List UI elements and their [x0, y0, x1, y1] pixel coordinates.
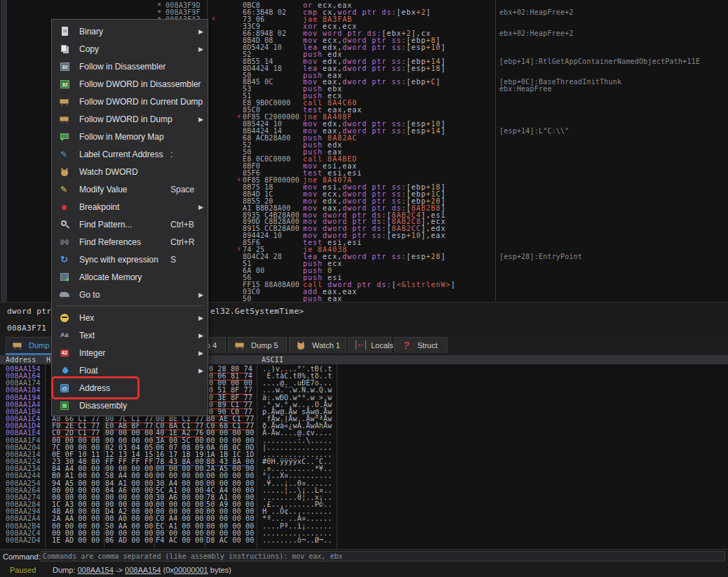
command-input[interactable] [41, 551, 725, 562]
dump-ascii: ........ô¬..Ø¬.. [262, 536, 332, 544]
dump-header-hex: H [46, 356, 50, 364]
submenu-arrow-icon: ▶ [198, 46, 203, 53]
binary-icon [59, 26, 72, 37]
struct-icon [400, 340, 413, 351]
menu-item-follow-dword-in-disassembler[interactable]: Follow DWORD in Disassembler [52, 75, 208, 93]
chip-icon [59, 61, 72, 72]
text-icon [59, 330, 72, 341]
dump-row[interactable]: 008AA25494 A5 00 0084 A1 00 0030 A4 00 0… [0, 479, 728, 486]
dump-row[interactable]: 008AA2A42A AA 00 0000 A0 00 00C0 A4 00 0… [0, 515, 728, 522]
menu-item-address[interactable]: Address [52, 379, 208, 397]
jump-direction-icon: ∨ [237, 113, 241, 119]
submenu-arrow-icon: ▶ [198, 350, 203, 357]
menu-item-text[interactable]: Text▶ [52, 326, 208, 344]
tab-label: Dump 5 [251, 341, 278, 350]
menu-item-copy[interactable]: Copy▶ [52, 40, 208, 58]
dump-row[interactable]: 008AA23484 A4 00 0000 00 00 0000 00 00 0… [0, 465, 728, 472]
dump-hex-group[interactable]: D8 AC 00 00 [206, 536, 252, 544]
menu-item-label: Float [79, 366, 98, 376]
dump-bytes: D8 AC 00 00 [206, 536, 254, 544]
memmap-icon [59, 131, 72, 142]
menu-item-label-current-address[interactable]: Label Current Address: [52, 145, 208, 163]
menu-item-label: Sync with expression [79, 255, 159, 265]
sync-icon [59, 254, 72, 265]
submenu-arrow-icon: ▶ [198, 116, 203, 123]
menu-item-shortcut: Space [170, 185, 194, 194]
menu-item-follow-dword-in-dump[interactable]: Follow DWORD in Dump▶ [52, 110, 208, 128]
jump-direction-icon: ∨ [212, 15, 215, 22]
menu-item-follow-in-memory-map[interactable]: Follow in Memory Map [52, 128, 208, 145]
dump-from-link[interactable]: 008AA154 [77, 566, 113, 574]
copy-icon [59, 44, 72, 55]
tab-locals[interactable]: Locals [348, 337, 391, 353]
menu-item-label: Follow DWORD in Disassembler [79, 79, 201, 89]
menu-item-label: Follow in Disassembler [79, 62, 166, 72]
float-icon [59, 365, 72, 376]
menu-item-label: Label Current Address [79, 150, 163, 159]
dump-hex-group[interactable]: 06 AD 00 00 [105, 536, 151, 544]
int42-icon [59, 347, 72, 359]
dump-row[interactable]: 008AA2047C 00 00 0002 03 04 0506 07 08 0… [0, 444, 728, 451]
dump-hex-group[interactable]: 1E AD 00 00 [52, 536, 98, 544]
menu-item-watch-dword[interactable]: Watch DWORD [52, 163, 208, 180]
menu-item-integer[interactable]: Integer▶ [52, 344, 208, 362]
disasm-icon [59, 400, 72, 411]
dump-row[interactable]: 008AA244B0 A1 00 0058 A4 00 0000 00 00 0… [0, 472, 728, 479]
truck-icon [12, 340, 25, 351]
menu-item-sync-with-expression[interactable]: Sync with expressionS [52, 251, 208, 268]
menu-item-disassembly[interactable]: Disassembly [52, 397, 208, 414]
menu-item-label: Text [79, 331, 95, 340]
disasm-row[interactable]: ●008A3F9F66:3B4B 02cmp cx,word ptr ds:[e… [0, 8, 728, 15]
menu-item-follow-in-disassembler[interactable]: Follow in Disassembler [52, 58, 208, 75]
dump-row[interactable]: 008AA26400 00 00 0004 A6 00 005C A1 00 0… [0, 486, 728, 493]
dump-row[interactable]: 008AA27400 00 00 0000 00 00 0030 A6 00 0… [0, 493, 728, 500]
dump-row[interactable]: 008AA2841C A3 00 0000 00 00 0000 00 00 0… [0, 500, 728, 508]
menu-item-label: Watch DWORD [79, 167, 138, 177]
menu-item-find-pattern[interactable]: Find Pattern...Ctrl+B [52, 215, 208, 233]
menu-item-breakpoint[interactable]: Breakpoint▶ [52, 198, 208, 215]
menu-item-label: Modify Value [79, 185, 127, 194]
status-close-paren: bytes) [208, 566, 231, 574]
dump-to-link[interactable]: 008AA154 [125, 566, 161, 574]
menu-item-shortcut: : [170, 150, 173, 159]
menu-item-find-references[interactable]: Find ReferencesCtrl+R [52, 233, 208, 251]
menu-item-allocate-memory[interactable]: Allocate Memory [52, 268, 208, 286]
menu-item-label: Follow DWORD in Dump [79, 114, 173, 124]
dump-row[interactable]: 008AA22423 30 48 80FF FF FF FF78 43 8A 0… [0, 458, 728, 465]
menu-item-label: Binary [79, 27, 103, 37]
disasm-row[interactable]: ●008A3F9D0BC8or ecx,eax [0, 1, 728, 8]
dump-bytes: F4 AC 00 00 [156, 536, 203, 544]
menu-item-float[interactable]: Float▶ [52, 362, 208, 379]
binoculars-icon [59, 237, 72, 248]
dump-address: 008AA2D4 [6, 536, 41, 544]
menu-item-follow-dword-in-current-dump[interactable]: Follow DWORD in Current Dump [52, 93, 208, 110]
tab-struct[interactable]: Struct [394, 337, 447, 353]
dump-row[interactable]: 008AA2140E 0F 10 1112 13 14 1516 17 18 1… [0, 451, 728, 458]
menu-item-shortcut: S [170, 255, 176, 265]
status-arrow: -> [114, 566, 125, 574]
tab-dump-5[interactable]: Dump 5 [228, 337, 287, 353]
label-icon [59, 149, 72, 160]
menu-item-hex[interactable]: Hex▶ [52, 309, 208, 326]
tab-watch-1[interactable]: Watch 1 [289, 337, 346, 353]
menu-item-label: Allocate Memory [79, 272, 142, 282]
dump-hex-group[interactable]: F4 AC 00 00 [156, 536, 202, 544]
menu-item-go-to[interactable]: Go to▶ [52, 286, 208, 303]
dump-row[interactable]: 008AA2D41E AD 00 0006 AD 00 00F4 AC 00 0… [0, 536, 728, 543]
x64dbg-window: ●008A3F9D0BC8or ecx,eax●008A3F9F66:3B4B … [0, 0, 728, 577]
dump-size-link[interactable]: 00000001 [174, 566, 208, 574]
menu-item-modify-value[interactable]: Modify ValueSpace [52, 180, 208, 198]
truck-icon [234, 340, 247, 351]
dump-row[interactable]: 008AA29448 A0 00 00D4 A2 00 0000 00 00 0… [0, 508, 728, 515]
menu-item-label: Breakpoint [79, 202, 119, 212]
dump-row[interactable]: 008AA1F400 00 00 0000 00 00 003A 00 5C 0… [0, 437, 728, 444]
menu-item-label: Copy [79, 44, 99, 54]
dump-row[interactable]: 008AA1E4C0 2D C1 7700 00 00 0040 1E A2 7… [0, 429, 728, 436]
dump-row[interactable]: 008AA2C400 00 00 0000 00 00 0000 00 00 0… [0, 529, 728, 536]
dump-row[interactable]: 008AA1D4F0 2E C1 77E0 AB BF 77C0 8A C1 7… [0, 422, 728, 429]
dump-row[interactable]: 008AA2B400 00 00 0050 AA 00 00EC A1 00 0… [0, 522, 728, 529]
menu-item-binary[interactable]: Binary▶ [52, 22, 208, 40]
command-bar: Command: [0, 549, 728, 564]
info-line1-left: dword ptr [7, 307, 56, 316]
menu-item-shortcut: Ctrl+R [170, 237, 194, 247]
